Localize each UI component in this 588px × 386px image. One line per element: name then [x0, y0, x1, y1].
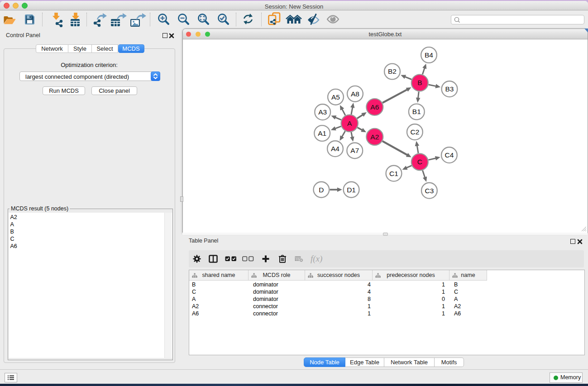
svg-text:C: C: [417, 158, 422, 166]
svg-text:A4: A4: [331, 145, 339, 152]
svg-text:A3: A3: [318, 108, 327, 116]
svg-text:D1: D1: [347, 186, 356, 194]
svg-text:B1: B1: [412, 108, 421, 115]
svg-text:B3: B3: [445, 85, 454, 93]
svg-text:A6: A6: [370, 103, 379, 111]
svg-text:A: A: [347, 119, 352, 127]
svg-text:C2: C2: [410, 128, 419, 136]
svg-text:C3: C3: [425, 187, 434, 195]
svg-text:A5: A5: [331, 93, 340, 101]
svg-text:B: B: [417, 79, 422, 86]
svg-text:C1: C1: [389, 170, 398, 177]
svg-text:D: D: [319, 186, 324, 194]
svg-text:B4: B4: [425, 51, 433, 59]
svg-text:C4: C4: [445, 151, 454, 159]
svg-text:B2: B2: [388, 67, 397, 75]
svg-text:A2: A2: [370, 133, 379, 141]
svg-text:A1: A1: [318, 129, 326, 137]
svg-text:A7: A7: [350, 147, 359, 154]
svg-text:A8: A8: [351, 90, 359, 98]
